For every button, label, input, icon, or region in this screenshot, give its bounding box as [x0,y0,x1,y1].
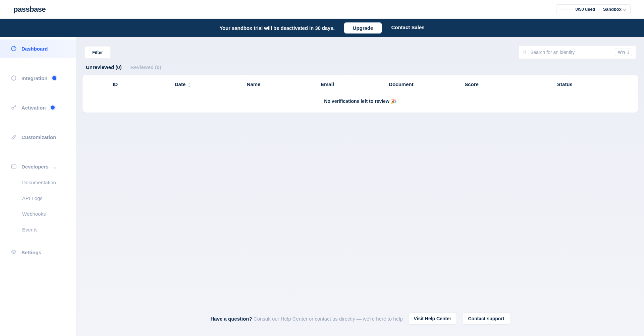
search-input[interactable] [530,50,611,55]
th-document: Document [364,81,438,87]
layout: Dashboard Integration Activation Customi… [0,37,644,336]
usage-bar [560,9,572,9]
search-kbd: Win+J [615,49,632,56]
svg-point-4 [523,51,525,53]
th-score: Score [438,81,505,87]
tab-reviewed[interactable]: Reviewed (0) [130,64,161,70]
notification-dot-icon [51,106,55,110]
sidebar-item-activation[interactable]: Activation [0,98,76,117]
search-input-wrap[interactable]: Win+J [519,46,636,59]
contact-support-button[interactable]: Contact support [462,313,510,325]
logo: passbase [13,5,46,14]
sidebar-item-label: Integration [21,75,48,81]
sidebar-item-label: Developers [21,164,49,170]
notification-dot-icon [52,76,56,80]
integration-icon [11,75,17,81]
usage-text: 0/50 used [575,7,595,12]
upgrade-button[interactable]: Upgrade [344,22,382,33]
sidebar-item-label: Customization [21,134,56,140]
sidebar-subitem-webhooks[interactable]: Webhooks [22,211,76,217]
sidebar-subitem-apilogs[interactable]: API Logs [22,195,76,201]
content: Filter Win+J Unreviewed (0) Reviewed (0)… [76,37,644,336]
banner-text: Your sandbox trial will be deactivated i… [219,25,334,31]
divider: | [599,7,600,12]
contact-sales-link[interactable]: Contact Sales [391,24,424,31]
tabs: Unreviewed (0) Reviewed (0) [83,62,638,75]
sandbox-label: Sandbox [603,7,626,12]
th-email: Email [290,81,364,87]
table-empty-state: No verifications left to review 🎉 [83,94,638,113]
chevron-down-icon [53,165,57,168]
sidebar-item-customization[interactable]: Customization [0,128,76,146]
footer-text: Have a question? Consult our Help Center… [210,316,402,322]
env-label: Sandbox [603,7,622,12]
svg-point-1 [12,107,14,109]
sort-icon [187,82,192,86]
env-selector[interactable]: 0/50 used | Sandbox [556,4,631,14]
footer-question: Have a question? [210,316,252,322]
search-icon [522,50,527,55]
trial-banner: Your sandbox trial will be deactivated i… [0,19,644,37]
sidebar-item-settings[interactable]: Settings [0,246,76,261]
th-date[interactable]: Date [150,81,217,87]
filter-button[interactable]: Filter [85,46,111,59]
table-header: ID Date Name Email Document Score Status [83,75,638,94]
sidebar-item-label: Dashboard [21,46,48,52]
chevron-down-icon [623,8,626,11]
toolbar: Filter Win+J [83,46,638,62]
tab-unreviewed[interactable]: Unreviewed (0) [86,64,122,70]
sidebar: Dashboard Integration Activation Customi… [0,37,76,336]
key-icon [11,105,17,111]
sidebar-item-developers[interactable]: Developers [0,157,76,176]
sidebar-developers-submenu: Documentation API Logs Webhooks Events [0,180,76,232]
th-date-label: Date [175,81,186,87]
sidebar-subitem-documentation[interactable]: Documentation [22,180,76,185]
sidebar-item-integration[interactable]: Integration [0,69,76,87]
sidebar-subitem-events[interactable]: Events [22,227,76,232]
th-name: Name [217,81,290,87]
th-status: Status [505,81,625,87]
sidebar-item-label: Activation [21,105,46,111]
svg-rect-3 [11,165,16,169]
footer: Have a question? Consult our Help Center… [83,305,638,336]
footer-subtext: Consult our Help Center or contact us di… [252,316,403,322]
help-center-button[interactable]: Visit Help Center [408,313,457,325]
svg-rect-2 [11,135,16,139]
sidebar-item-dashboard[interactable]: Dashboard [0,40,76,58]
ruler-icon [11,134,17,140]
layers-icon [11,249,17,255]
verifications-table: ID Date Name Email Document Score Status… [83,75,638,113]
dashboard-icon [11,46,17,52]
code-icon [11,163,17,170]
sidebar-item-label: Settings [21,250,41,255]
th-id: ID [96,81,150,87]
topbar: passbase 0/50 used | Sandbox [0,0,644,19]
